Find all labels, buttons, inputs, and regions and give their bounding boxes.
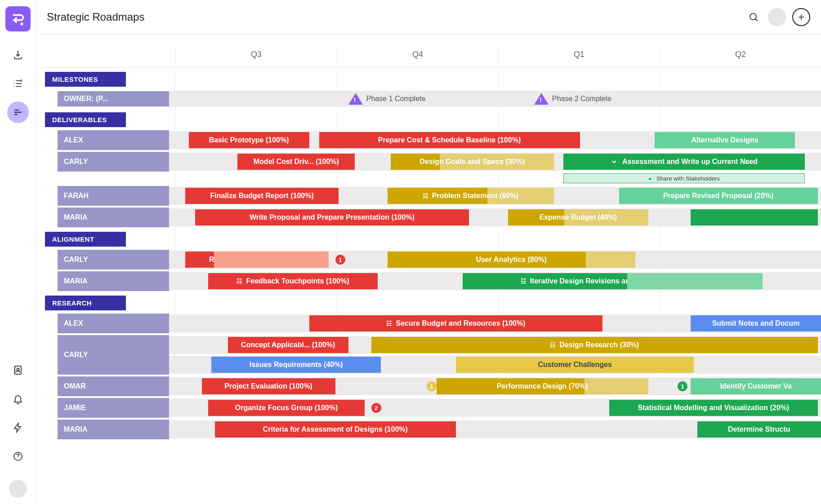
roadmap-bar[interactable]: ☷Design Research (30%) [371, 337, 818, 353]
roadmap-bar[interactable]: Expense Budget (40%) [508, 209, 648, 225]
nav-activity-icon[interactable] [7, 417, 29, 438]
roadmap-bar[interactable]: Alternative Designs [655, 132, 795, 148]
bar-label: Customer Challenges [538, 361, 611, 369]
bar-label: Prepare Revised Proposal (20%) [663, 192, 773, 200]
swimlane-track: ☷Feedback Touchpoints (100%)☷Iterative D… [169, 272, 821, 290]
bar-label: Submit Notes and Docum [712, 319, 800, 327]
chevron-down-icon[interactable] [611, 158, 618, 165]
count-badge[interactable]: 2 [371, 403, 381, 413]
swimlane-track: Project Evaluation (100%)Performance Des… [169, 377, 821, 395]
count-badge[interactable]: 1 [678, 381, 687, 391]
roadmap-bar[interactable]: Requirements Signoff (20%) [185, 252, 329, 268]
roadmap-bar[interactable] [691, 209, 818, 225]
swimlane-track: Finalize Budget Report (100%)☷Problem St… [169, 187, 821, 205]
subtask-icon: ☷ [550, 341, 556, 349]
subtask-icon: ☷ [236, 278, 242, 285]
bar-label: Project Evaluation (100%) [224, 382, 312, 390]
roadmap-bar[interactable]: Model Cost Driv... (100%) [237, 154, 355, 170]
owner-label[interactable]: FARAH [58, 186, 169, 206]
roadmap-bar[interactable]: Project Evaluation (100%) [202, 378, 335, 394]
count-badge[interactable]: 1 [335, 255, 345, 265]
swimlane-track: Concept Applicabl... (100%)☷Design Resea… [169, 336, 821, 374]
nav-contacts-icon[interactable] [7, 359, 29, 381]
swimlane-track: Write Proposal and Prepare Presentation … [169, 208, 821, 226]
owner-label[interactable]: CARLY [58, 250, 169, 270]
bar-label: Organize Focus Group (100%) [235, 404, 338, 412]
section-header[interactable]: DELIVERABLES [45, 112, 126, 127]
nav-notifications-icon[interactable] [7, 388, 29, 410]
bar-label: Identify Customer Va [720, 382, 791, 390]
quarter-header: Q4 [337, 45, 498, 64]
bar-label: Criteria for Assessment of Designs (100%… [263, 425, 408, 433]
roadmap-bar[interactable]: Basic Prototype (100%) [189, 132, 309, 148]
owner-label[interactable]: JAMIE [58, 398, 169, 418]
owner-label[interactable]: CARLY [58, 152, 169, 172]
swimlane-subtrack: Concept Applicabl... (100%)☷Design Resea… [169, 336, 821, 354]
roadmap-bar[interactable]: Prepare Revised Proposal (20%) [619, 188, 818, 204]
owner-label[interactable]: ALEX [58, 314, 169, 333]
milestone-label: Phase 1 Complete [366, 95, 426, 103]
roadmap-bar[interactable]: Concept Applicabl... (100%) [228, 337, 348, 353]
roadmap-bar[interactable]: Statistical Modelling and Visualization … [609, 400, 818, 416]
roadmap-bar[interactable]: ☷Problem Statement (60%) [388, 188, 554, 204]
roadmap-bar[interactable]: Submit Notes and Docum [691, 315, 821, 332]
owner-label[interactable]: ALEX [58, 130, 169, 150]
milestone-track: Phase 1 CompletePhase 2 Complete [169, 91, 821, 107]
owner-label[interactable]: CARLY [58, 335, 169, 375]
owner-label[interactable]: MARIA [58, 271, 169, 291]
search-icon[interactable] [745, 9, 762, 25]
owner-label[interactable]: OMAR [58, 376, 169, 396]
owner-label[interactable]: MARIA [58, 208, 169, 227]
subtask-icon: ☷ [386, 320, 392, 327]
swimlane-track: Requirements Signoff (20%)User Analytics… [169, 251, 821, 269]
swimlane-track: Model Cost Driv... (100%)Design Goals an… [169, 153, 821, 171]
roadmap-bar[interactable]: Identify Customer Va [691, 378, 821, 394]
swimlane-track: Basic Prototype (100%)Prepare Cost & Sch… [169, 131, 821, 149]
count-badge[interactable]: 1 [427, 381, 437, 391]
bar-label: User Analytics (80%) [476, 256, 547, 264]
warning-icon [534, 93, 549, 105]
bar-label: Feedback Touchpoints (100%) [246, 277, 349, 285]
quarter-header: Q3 [175, 45, 337, 64]
roadmap-bar[interactable]: Design Goals and Specs (30%) [391, 154, 554, 170]
roadmap-bar[interactable]: Determine Structu [697, 421, 821, 438]
nav-roadmap-icon[interactable] [7, 102, 29, 123]
bar-label: Concept Applicabl... (100%) [241, 341, 335, 349]
roadmap-bar[interactable]: ☷Secure Budget and Resources (100%) [309, 315, 603, 332]
quarter-header: Q2 [660, 45, 821, 64]
roadmap-bar[interactable]: ☷Iterative Design Revisions and Re-Align… [463, 273, 763, 289]
roadmap-bar[interactable]: Write Proposal and Prepare Presentation … [195, 209, 469, 225]
nav-help-icon[interactable] [7, 446, 29, 467]
milestone-marker[interactable]: Phase 2 Complete [534, 93, 611, 105]
subtask-icon: ☷ [423, 192, 428, 199]
add-button[interactable]: + [792, 8, 810, 26]
owner-label[interactable]: OWNER: (P... [58, 91, 169, 106]
roadmap-bar[interactable]: Customer Challenges [456, 357, 694, 373]
app-logo[interactable] [5, 6, 31, 31]
roadmap-bar[interactable]: Criteria for Assessment of Designs (100%… [215, 421, 456, 438]
nav-import-icon[interactable] [7, 44, 29, 66]
user-avatar-small[interactable] [9, 480, 27, 498]
roadmap-bar[interactable]: Issues Requirements (40%) [211, 357, 381, 373]
roadmap-bar[interactable]: User Analytics (80%) [388, 252, 635, 268]
milestone-marker[interactable]: Phase 1 Complete [348, 93, 426, 105]
nav-list-icon[interactable] [7, 73, 29, 94]
section-header[interactable]: RESEARCH [45, 296, 126, 310]
bar-label: Issues Requirements (40%) [250, 361, 343, 369]
owner-label[interactable]: MARIA [58, 420, 169, 439]
roadmap-bar[interactable]: Performance Design (70%) [437, 378, 648, 394]
roadmap-bar[interactable]: Prepare Cost & Schedule Baseline (100%) [319, 132, 580, 148]
roadmap-bar[interactable]: Organize Focus Group (100%) [208, 400, 365, 416]
section-header[interactable]: ALIGNMENT [45, 232, 126, 247]
roadmap-bar[interactable]: Finalize Budget Report (100%) [185, 188, 339, 204]
warning-icon [348, 93, 363, 105]
page-title: Strategic Roadmaps [47, 11, 745, 23]
swimlane-track: ☷Secure Budget and Resources (100%)Submi… [169, 314, 821, 332]
user-avatar[interactable] [768, 8, 786, 26]
timeline-header: Q3Q4Q1Q2 [36, 42, 821, 67]
roadmap-bar[interactable]: Assessment and Write up Current Need [563, 154, 805, 170]
roadmap-bar[interactable]: ☷Feedback Touchpoints (100%) [208, 273, 378, 289]
section-header[interactable]: MILESTONES [45, 72, 126, 87]
milestone-label: Phase 2 Complete [552, 95, 611, 103]
sub-bar[interactable]: Share with Stakeholders [563, 173, 805, 183]
